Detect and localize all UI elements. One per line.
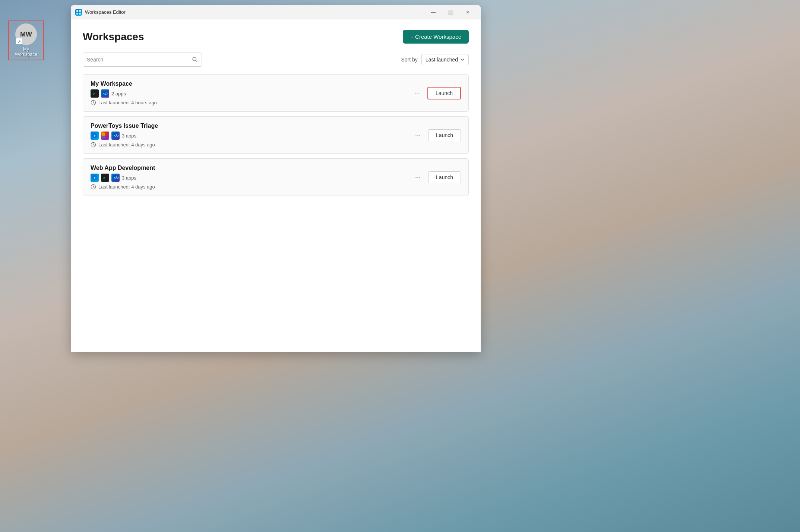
workspace-card: PowerToys Issue Triage e</> 3 apps Last …	[83, 116, 469, 154]
workspace-meta: Last launched: 4 days ago	[91, 142, 158, 148]
svg-text:e: e	[94, 175, 96, 180]
svg-rect-17	[105, 133, 108, 136]
workspace-card: My Workspace >_</> 2 apps Last launched:…	[83, 74, 469, 112]
svg-text:</>: </>	[114, 176, 118, 180]
last-launched: Last launched: 4 days ago	[98, 184, 155, 190]
icon-circle: MW ↗	[15, 23, 37, 45]
search-box[interactable]	[83, 53, 202, 67]
clock-icon	[91, 100, 96, 105]
workspace-list: My Workspace >_</> 2 apps Last launched:…	[83, 74, 469, 196]
clock-icon	[91, 142, 96, 148]
sort-by-label: Sort by	[401, 57, 417, 63]
more-options-button[interactable]: ···	[412, 172, 424, 183]
workspace-name: My Workspace	[91, 80, 157, 87]
photos-app-icon	[101, 132, 109, 140]
svg-text:e: e	[94, 133, 96, 138]
search-icon	[192, 57, 198, 63]
svg-rect-3	[79, 13, 81, 15]
desktop-icon-my-workspace[interactable]: MW ↗ MyWorkspace	[11, 23, 41, 57]
icon-label: MyWorkspace	[15, 47, 37, 57]
terminal-app-icon: >_	[91, 89, 99, 98]
sort-dropdown[interactable]: Last launched	[421, 54, 469, 65]
workspace-card-right: ··· Launch	[412, 171, 461, 183]
workspace-apps: e</> 3 apps	[91, 132, 158, 140]
workspace-card-left: Web App Development e>_</> 3 apps Last l…	[91, 165, 155, 190]
workspace-card-right: ··· Launch	[411, 87, 461, 99]
window-content: Workspaces + Create Workspace Sort by La…	[71, 19, 481, 352]
svg-text:>_: >_	[103, 176, 108, 180]
sort-row: Sort by Last launched	[401, 54, 469, 65]
svg-text:</>: </>	[103, 92, 108, 96]
vscode-app-icon: </>	[101, 89, 109, 98]
svg-rect-18	[102, 136, 105, 139]
shortcut-arrow-icon: ↗	[16, 38, 22, 44]
edge-app-icon: e	[91, 174, 99, 182]
svg-line-24	[94, 145, 94, 145]
workspace-card-right: ··· Launch	[412, 129, 461, 141]
last-launched: Last launched: 4 hours ago	[98, 100, 157, 105]
icon-initials: MW	[20, 31, 32, 38]
svg-rect-0	[76, 10, 78, 12]
svg-line-33	[94, 187, 94, 187]
vscode-app-icon: </>	[111, 132, 120, 140]
page-title: Workspaces	[83, 31, 144, 43]
edge-app-icon: e	[91, 132, 99, 140]
svg-rect-16	[102, 133, 105, 136]
create-workspace-button[interactable]: + Create Workspace	[403, 30, 469, 44]
title-bar: Workspaces Editor — ⬜ ✕	[71, 5, 481, 19]
workspace-name: Web App Development	[91, 165, 155, 171]
close-button[interactable]: ✕	[459, 6, 476, 18]
maximize-button[interactable]: ⬜	[442, 6, 459, 18]
svg-rect-1	[79, 10, 81, 12]
apps-count: 3 apps	[122, 175, 136, 181]
header-row: Workspaces + Create Workspace	[83, 30, 469, 44]
terminal-app-icon: >_	[101, 174, 109, 182]
launch-button[interactable]: Launch	[428, 129, 461, 141]
workspace-apps: e>_</> 3 apps	[91, 174, 155, 182]
launch-button[interactable]: Launch	[427, 87, 461, 99]
workspace-card: Web App Development e>_</> 3 apps Last l…	[83, 158, 469, 196]
workspace-apps: >_</> 2 apps	[91, 89, 157, 98]
search-input[interactable]	[87, 57, 189, 63]
workspaces-editor-window: Workspaces Editor — ⬜ ✕ Workspaces + Cre…	[71, 5, 481, 352]
sort-value: Last launched	[426, 57, 458, 63]
window-title: Workspaces Editor	[85, 9, 425, 15]
minimize-button[interactable]: —	[425, 6, 442, 18]
vscode-app-icon: </>	[111, 174, 120, 182]
svg-text:>_: >_	[93, 92, 98, 96]
workspace-card-left: My Workspace >_</> 2 apps Last launched:…	[91, 80, 157, 105]
app-icon	[75, 9, 82, 16]
workspace-meta: Last launched: 4 days ago	[91, 184, 155, 190]
clock-icon	[91, 184, 96, 190]
svg-line-5	[196, 60, 197, 62]
launch-button[interactable]: Launch	[428, 171, 461, 183]
workspace-meta: Last launched: 4 hours ago	[91, 100, 157, 105]
chevron-down-icon	[460, 57, 465, 62]
svg-line-12	[94, 103, 94, 103]
svg-rect-19	[105, 136, 108, 139]
apps-count: 2 apps	[111, 91, 126, 96]
svg-rect-2	[76, 13, 78, 15]
more-options-button[interactable]: ···	[412, 130, 424, 140]
desktop-icon-wrapper: MW ↗ MyWorkspace	[8, 20, 44, 60]
svg-text:</>: </>	[114, 134, 118, 138]
workspace-name: PowerToys Issue Triage	[91, 123, 158, 129]
controls-row: Sort by Last launched	[83, 53, 469, 67]
last-launched: Last launched: 4 days ago	[98, 142, 155, 148]
window-controls: — ⬜ ✕	[425, 6, 476, 18]
apps-count: 3 apps	[122, 133, 136, 139]
more-options-button[interactable]: ···	[411, 88, 423, 98]
workspace-card-left: PowerToys Issue Triage e</> 3 apps Last …	[91, 123, 158, 148]
